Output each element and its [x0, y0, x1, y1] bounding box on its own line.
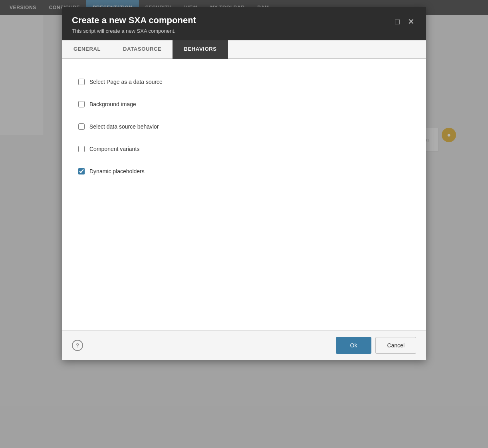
maximize-button[interactable]: □ — [393, 17, 401, 26]
dialog-subtitle: This script will create a new SXA compon… — [72, 28, 196, 34]
checkbox-background-image: Background image — [78, 93, 410, 115]
dialog-footer: ? Ok Cancel — [62, 330, 426, 360]
checkbox-label-background-image[interactable]: Background image — [89, 101, 136, 107]
checkbox-label-dynamic-placeholders[interactable]: Dynamic placeholders — [89, 168, 145, 174]
dialog-body: Select Page as a data source Background … — [62, 59, 426, 330]
dialog-title: Create a new SXA component — [72, 15, 196, 26]
checkbox-select-page-datasource: Select Page as a data source — [78, 71, 410, 93]
checkbox-label-component-variants[interactable]: Component variants — [89, 146, 139, 152]
checkbox-dynamic-placeholders: Dynamic placeholders — [78, 160, 410, 182]
checkbox-input-component-variants[interactable] — [78, 146, 85, 152]
tab-datasource[interactable]: DATASOURCE — [112, 40, 173, 59]
cancel-button[interactable]: Cancel — [375, 337, 416, 354]
dialog-header-actions: □ ✕ — [393, 17, 416, 26]
checkbox-input-dynamic-placeholders[interactable] — [78, 168, 85, 174]
checkbox-input-select-page-datasource[interactable] — [78, 79, 85, 85]
checkbox-label-select-datasource-behavior[interactable]: Select data source behavior — [89, 123, 159, 130]
checkbox-input-background-image[interactable] — [78, 101, 85, 107]
tab-behaviors[interactable]: BEHAVIORS — [173, 40, 228, 59]
close-button[interactable]: ✕ — [406, 17, 416, 26]
ok-button[interactable]: Ok — [336, 337, 372, 354]
checkbox-label-select-page-datasource[interactable]: Select Page as a data source — [89, 79, 163, 85]
dialog-title-block: Create a new SXA component This script w… — [72, 15, 196, 34]
help-icon[interactable]: ? — [72, 340, 83, 351]
tab-general[interactable]: GENERAL — [62, 40, 112, 59]
create-sxa-component-dialog: Create a new SXA component This script w… — [62, 7, 426, 360]
checkbox-component-variants: Component variants — [78, 138, 410, 160]
dialog-header: Create a new SXA component This script w… — [62, 7, 426, 40]
dialog-tabs: GENERAL DATASOURCE BEHAVIORS — [62, 40, 426, 59]
checkbox-input-select-datasource-behavior[interactable] — [78, 123, 85, 130]
footer-buttons: Ok Cancel — [336, 337, 416, 354]
checkbox-select-datasource-behavior: Select data source behavior — [78, 115, 410, 138]
